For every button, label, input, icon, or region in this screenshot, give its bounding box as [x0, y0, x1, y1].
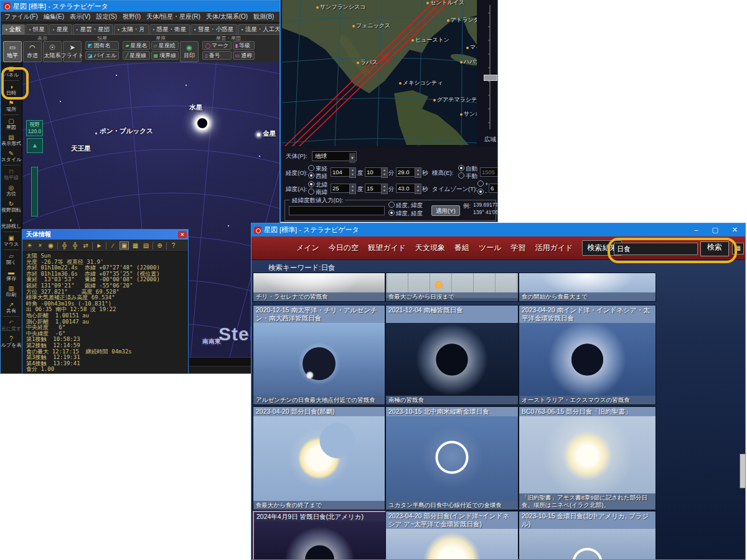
tz-plus-radio[interactable]: +: [477, 180, 489, 187]
lon-deg-input[interactable]: [331, 167, 350, 177]
zoom-slider-thumb[interactable]: [484, 75, 497, 81]
horizon-view-button[interactable]: ▭地平: [3, 41, 22, 62]
tz-minus-radio[interactable]: -: [477, 189, 487, 195]
sidebar-item-location[interactable]: ⚑場所: [1, 98, 21, 114]
sidebar-item-horizon[interactable]: ⊓地平線: [1, 166, 21, 182]
sun-select-icon[interactable]: ☀: [26, 242, 34, 249]
nav-tools[interactable]: ツール: [479, 243, 502, 253]
sidebar-item-panel[interactable]: ▦パネル: [1, 63, 21, 80]
result-card[interactable]: 食最大ごろから日没まで: [385, 273, 519, 302]
marker-button[interactable]: ◉目印: [180, 41, 199, 62]
eclipsed-sun[interactable]: [195, 116, 209, 130]
sidebar-item-style[interactable]: ✎スタイル: [1, 148, 21, 164]
body-select[interactable]: 地球: [312, 151, 357, 161]
equatorial-view-button[interactable]: ◠赤道: [23, 41, 42, 62]
alt-manual-radio[interactable]: 手動: [458, 172, 477, 180]
close-icon[interactable]: ×: [178, 231, 187, 238]
tab-comets[interactable]: ▪彗星・小惑星: [190, 24, 237, 34]
result-card[interactable]: 2021-12-04 南極皆既日食 南極の皆既食: [385, 305, 519, 405]
lat-sec-input[interactable]: [396, 184, 416, 193]
order-latlon-radio[interactable]: 緯度, 経度: [388, 210, 423, 218]
coord-text-input[interactable]: [289, 206, 385, 215]
center-icon[interactable]: ╬: [60, 242, 68, 249]
maximize-button[interactable]: ▢: [712, 226, 718, 234]
south-radio[interactable]: 南緯: [308, 189, 327, 197]
lat-min-spinner[interactable]: ▲▼: [381, 184, 388, 194]
nav-todays-sky[interactable]: 今日の空: [329, 243, 359, 253]
result-card[interactable]: 2023-04-20 南インド洋・インドネシア・太平洋金環皆既日食 オーストラリ…: [519, 305, 656, 405]
order-lonlat-radio[interactable]: 経度, 緯度: [388, 202, 423, 210]
sidebar-item-save[interactable]: ▬保存: [1, 267, 21, 283]
proper-name-button[interactable]: ◩固有名: [85, 41, 119, 50]
result-card[interactable]: 2023-04-20 部分日食(インド洋~インドネシア ア~太平洋で金環皆既日食…: [385, 511, 519, 560]
sidebar-item-mouse[interactable]: ▣マウス: [1, 233, 21, 249]
browser-scrollbar-thumb[interactable]: [740, 454, 746, 488]
menu-file[interactable]: ファイル(F): [4, 12, 38, 21]
minimize-button[interactable]: –: [694, 226, 698, 234]
deselect-icon[interactable]: ×: [36, 242, 44, 249]
flight-view-button[interactable]: ➤フライト: [63, 41, 82, 62]
bayer-button[interactable]: ◪バイエル: [85, 51, 119, 60]
info-titlebar[interactable]: 天体情報 ×: [22, 230, 188, 240]
center-lock-icon[interactable]: ╬: [71, 242, 79, 249]
tab-planets[interactable]: ▪惑星・衛星: [149, 24, 190, 34]
number-button[interactable]: ▯番号: [202, 51, 231, 60]
sidebar-item-trails[interactable]: ◐光跡残し: [1, 215, 21, 231]
sidebar-item-fov-rotation[interactable]: ↻視野回転: [1, 198, 21, 215]
nav-programs[interactable]: 番組: [454, 243, 469, 253]
tab-constellations[interactable]: ▪星座: [49, 24, 72, 34]
lon-min-input[interactable]: [365, 167, 382, 177]
zoom-slider-track[interactable]: [489, 5, 491, 129]
sidebar-item-share[interactable]: ↗共有: [1, 299, 21, 315]
image-panel-icon[interactable]: ▣: [120, 241, 129, 250]
menu-fov[interactable]: 視野(I): [123, 12, 141, 21]
pointer-icon[interactable]: ►: [95, 242, 103, 249]
magnitude-button[interactable]: ▮等級: [233, 41, 255, 50]
target-icon[interactable]: ◉: [47, 242, 55, 249]
main-titlebar[interactable]: 星図 [標準] - ステラナビゲータ: [1, 1, 280, 12]
menu-observe[interactable]: 観測(B): [253, 12, 274, 21]
crosshair-icon[interactable]: ⊕: [156, 242, 164, 249]
sidebar-item-displaymode[interactable]: ▤表示形式: [1, 132, 21, 148]
browser-titlebar[interactable]: 星図 [標準] - ステラナビゲータ – ▢ ✕: [251, 223, 745, 236]
search-input[interactable]: [614, 243, 698, 255]
sidebar-item-open[interactable]: ▱開く: [1, 251, 21, 267]
mark-button[interactable]: ◯マーク: [202, 41, 231, 50]
menu-settings[interactable]: 設定(S): [96, 12, 116, 21]
altitude-input[interactable]: [480, 167, 498, 177]
sidebar-item-print[interactable]: ▥印刷: [1, 283, 21, 299]
nav-observation-guide[interactable]: 観望ガイド: [368, 243, 406, 253]
eclipse-path-map[interactable]: サンフランシスコ フェニックス セントルイス アトランタ ヒューストン マイアミ…: [282, 0, 477, 146]
constellation-art-button[interactable]: ▱星座絵: [151, 41, 179, 50]
menu-view[interactable]: 表示(V): [70, 12, 90, 21]
lon-sec-spinner[interactable]: ▲▼: [415, 167, 421, 178]
timezone-input[interactable]: [489, 184, 498, 193]
lon-deg-spinner[interactable]: ▲▼: [349, 167, 356, 178]
result-card[interactable]: BC0763-06-15 部分日食「旧約聖書」 「旧約聖書」アモス書8章9節に記…: [519, 406, 656, 510]
fov-slider[interactable]: [31, 167, 38, 217]
solarsystem-view-button[interactable]: ☉太陽系: [43, 41, 62, 62]
lon-min-spinner[interactable]: ▲▼: [381, 167, 388, 178]
list-panel-icon[interactable]: ▤: [142, 242, 150, 249]
search-button[interactable]: 検索: [700, 241, 729, 256]
venus-dot[interactable]: [257, 133, 260, 136]
tab-meteors[interactable]: ▪流星・人工天体: [238, 24, 280, 34]
menu-solarsystem[interactable]: 天体/太陽系(O): [206, 12, 248, 21]
edit-icon[interactable]: ∕: [109, 242, 117, 249]
result-card[interactable]: 2023-10-15 北中南米縦断金環日食 ユカタン半島の日食中心線付近での金環…: [385, 406, 519, 510]
apply-button[interactable]: 適用(Y): [431, 205, 460, 216]
constellation-line-button[interactable]: ╱星座線: [123, 51, 149, 60]
result-card[interactable]: 2020-12-15 南太平洋・チリ・アルゼンチン・南大西洋皆既日食 アルゼンチ…: [253, 305, 385, 405]
sidebar-item-datetime[interactable]: ◑日時: [1, 82, 21, 98]
lat-deg-spinner[interactable]: ▲▼: [349, 184, 356, 194]
nav-learning[interactable]: 学習: [511, 243, 526, 253]
close-button[interactable]: ✕: [732, 226, 738, 234]
comet-dot[interactable]: [95, 133, 97, 134]
lat-sec-spinner[interactable]: ▲▼: [415, 184, 421, 194]
result-card-selected[interactable]: 2024年4月9日 皆既日食(北アメリカ): [253, 511, 387, 560]
west-radio[interactable]: 西経: [308, 172, 327, 180]
window-mode-icon[interactable]: ▦: [732, 243, 744, 254]
swap-icon[interactable]: ⇄: [82, 242, 90, 249]
common-name-button[interactable]: ▭通称: [233, 51, 255, 60]
result-card[interactable]: チリ・ラセレナでの皆既食: [253, 273, 385, 302]
